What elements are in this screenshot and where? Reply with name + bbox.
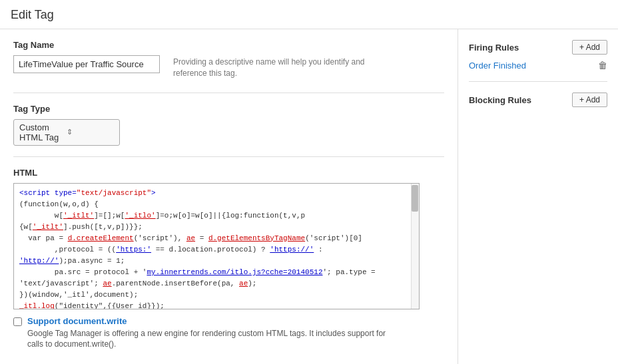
support-docwrite-checkbox[interactable] bbox=[13, 317, 22, 326]
blocking-rules-section: Blocking Rules + Add bbox=[469, 92, 607, 123]
scrollbar-track bbox=[411, 184, 419, 309]
page-title: Edit Tag bbox=[0, 0, 618, 29]
tag-type-dropdown[interactable]: Custom HTML Tag ⇕ bbox=[13, 119, 120, 146]
firing-rules-add-button[interactable]: + Add bbox=[572, 40, 607, 55]
firing-rule-link[interactable]: Order Finished bbox=[469, 61, 526, 71]
chevron-icon: ⇕ bbox=[67, 128, 114, 136]
tag-name-input[interactable] bbox=[13, 55, 160, 73]
tag-name-label: Tag Name bbox=[13, 40, 444, 50]
support-docwrite-title: Support document.write bbox=[27, 316, 400, 326]
html-code-editor[interactable]: <script type="text/javascript"> (functio… bbox=[13, 183, 420, 309]
firing-rule-delete-icon[interactable]: 🗑 bbox=[598, 60, 607, 71]
firing-rule-item: Order Finished 🗑 bbox=[469, 60, 607, 71]
scrollbar-thumb[interactable] bbox=[412, 185, 418, 212]
firing-rules-label: Firing Rules bbox=[469, 43, 519, 53]
blocking-rules-label: Blocking Rules bbox=[469, 95, 531, 105]
tag-type-label: Tag Type bbox=[13, 104, 444, 114]
blocking-rules-add-button[interactable]: + Add bbox=[572, 92, 607, 107]
firing-rules-section: Firing Rules + Add Order Finished 🗑 bbox=[469, 40, 607, 82]
tag-type-value: Custom HTML Tag bbox=[19, 122, 67, 142]
tag-name-hint: Providing a descriptive name will help y… bbox=[173, 55, 373, 79]
support-docwrite-description: Google Tag Manager is offering a new eng… bbox=[27, 328, 400, 351]
html-label: HTML bbox=[13, 168, 444, 178]
